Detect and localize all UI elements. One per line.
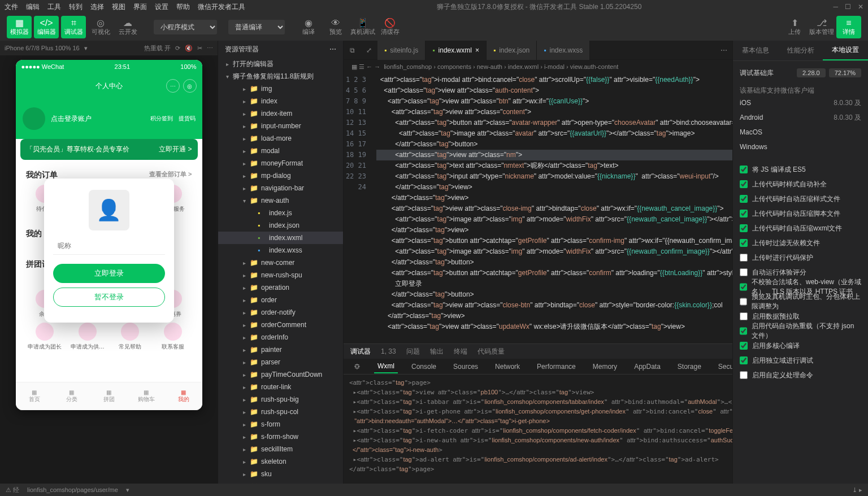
setting-check[interactable]: 启用代码自动热重载（不支持 json 文件）: [740, 324, 861, 338]
tree-folder[interactable]: ▸📁payTimeCountDown: [218, 368, 343, 381]
tree-file[interactable]: ▪index.json: [218, 219, 343, 232]
menu-view[interactable]: 视图: [112, 2, 125, 12]
dbg-top-tab[interactable]: 1, 33: [381, 347, 396, 355]
tree-folder[interactable]: ▸📁img: [218, 82, 343, 95]
visualize-button[interactable]: ◎可视化: [88, 16, 113, 38]
code-line[interactable]: <attr">class="tag">button attr">catchtap…: [376, 236, 732, 246]
detail-button[interactable]: ≡详情: [836, 16, 861, 38]
upload-button[interactable]: ⬆上传: [782, 16, 807, 38]
user-avatar[interactable]: [23, 107, 45, 130]
setting-check[interactable]: 启用独立域进行调试: [740, 353, 861, 368]
code-line[interactable]: <attr">class="tag">view attr">class="btn…: [376, 96, 732, 107]
setting-check[interactable]: 预览及真机调试时主包、分包体积上限调整为: [740, 294, 861, 309]
inspect-icon[interactable]: ⯐: [350, 360, 364, 373]
dbg-top-tab[interactable]: 调试器: [350, 347, 371, 356]
code-line[interactable]: <attr">class="tag">view attr">class="con…: [376, 107, 732, 118]
tree-folder[interactable]: ▸📁mp-dialog: [218, 169, 343, 182]
tree-folder[interactable]: ▸📁new-comer: [218, 256, 343, 269]
code-line[interactable]: <attr">class="tag">image attr">class="im…: [376, 214, 732, 225]
status-path[interactable]: lionfish_comshop/pages/user/me: [27, 486, 118, 493]
editor-button[interactable]: </>编辑器: [34, 16, 59, 38]
dbg-tab[interactable]: Wxml: [374, 360, 398, 373]
setting-check[interactable]: 将 JS 编译成 ES5: [740, 162, 861, 177]
code-line[interactable]: </attr">class="tag">view>: [376, 193, 732, 203]
code-line[interactable]: </attr">class="tag">view>: [376, 182, 732, 193]
skip-button[interactable]: 暂不登录: [53, 288, 165, 307]
mode-select[interactable]: 小程序模式: [154, 20, 217, 34]
code-line[interactable]: <attr">class="tag">image attr">class="av…: [376, 128, 732, 139]
tree-folder[interactable]: ▸📁s-form-show: [218, 430, 343, 443]
menu-wechat[interactable]: 微信开发者工具: [198, 2, 245, 12]
tree-folder[interactable]: ▸📁load-more: [218, 132, 343, 145]
tree-folder[interactable]: ▸📁orderComment: [218, 319, 343, 331]
tree-folder[interactable]: ▸📁spike: [218, 480, 343, 484]
tree-folder[interactable]: ▸📁input-number: [218, 120, 343, 132]
tree-folder[interactable]: ▸📁order-notify: [218, 306, 343, 319]
menu-interface[interactable]: 界面: [133, 2, 147, 12]
menu-goto[interactable]: 转到: [69, 2, 83, 12]
tree-folder[interactable]: ▸📁router-link: [218, 381, 343, 393]
setting-check[interactable]: 上传代码时自动压缩脚本文件: [740, 206, 861, 221]
clear-cache-button[interactable]: 🚫清缓存: [377, 16, 402, 38]
tool-item[interactable]: 申请成为供…: [68, 323, 107, 351]
remote-debug-button[interactable]: 📱真机调试: [350, 16, 375, 38]
login-hint[interactable]: 点击登录账户: [51, 114, 92, 124]
tree-folder[interactable]: ▸📁modal: [218, 145, 343, 157]
capsule-menu-icon[interactable]: ⋯: [166, 79, 180, 93]
tabbar-item[interactable]: ▦首页: [16, 382, 53, 410]
tree-folder[interactable]: ▸📁rush-spu-col: [218, 406, 343, 418]
tree-folder[interactable]: ▸📁rush-spu-big: [218, 393, 343, 406]
setting-check[interactable]: 启用自定义处理命令: [740, 368, 861, 382]
modal-avatar[interactable]: 👤: [89, 190, 129, 230]
hotreload-label[interactable]: 热重载 开: [144, 44, 171, 53]
tree-folder[interactable]: ▸📁index: [218, 95, 343, 107]
tree-file[interactable]: ▪index.wxss: [218, 244, 343, 256]
clouddev-button[interactable]: ☁云开发: [115, 16, 140, 38]
code-line[interactable]: </attr">class="tag">button>: [376, 257, 732, 268]
more-icon[interactable]: ⋯: [207, 45, 213, 52]
close-icon[interactable]: ✕: [858, 3, 863, 11]
tree-folder[interactable]: ▸📁moneyFormat: [218, 157, 343, 169]
sidepanel-tab[interactable]: 基本信息: [733, 41, 778, 60]
tool-item[interactable]: 联系客服: [154, 323, 192, 351]
setting-check[interactable]: 上传代码时样式自动补全: [740, 177, 861, 192]
dbg-tab[interactable]: AppData: [631, 360, 664, 373]
menu-select[interactable]: 选择: [90, 2, 104, 12]
code-line[interactable]: <attr">class="tag">view attr">class="nm"…: [376, 150, 732, 160]
capsule-close-icon[interactable]: ◎: [183, 79, 197, 93]
dbg-tab[interactable]: Memory: [589, 360, 620, 373]
tree-file[interactable]: ▪index.wxml: [218, 232, 343, 244]
dbg-tab[interactable]: Console: [408, 360, 440, 373]
code-line[interactable]: </attr">class="tag">view>: [376, 225, 732, 236]
tree-folder[interactable]: ▸📁orderInfo: [218, 331, 343, 343]
code-line[interactable]: <attr">class="tag">view attr">class="aut…: [376, 85, 732, 96]
tree-folder[interactable]: ▸📁navigation-bar: [218, 182, 343, 194]
device-info[interactable]: iPhone 6/7/8 Plus 100% 16: [5, 45, 80, 51]
dbg-top-tab[interactable]: 输出: [430, 347, 444, 356]
menu-file[interactable]: 文件: [5, 2, 18, 12]
nickname-input[interactable]: [53, 237, 165, 255]
compile-button[interactable]: ◉编译: [296, 16, 321, 38]
lib-version[interactable]: 2.28.0: [797, 68, 826, 77]
tree-section[interactable]: ▸打开的编辑器: [218, 58, 343, 70]
tabbar-item[interactable]: ▦拼团: [90, 382, 128, 410]
editor-tab[interactable]: ▪index.wxml×: [426, 41, 487, 60]
tabbar-item[interactable]: ▦分类: [53, 382, 90, 410]
tab-more-icon[interactable]: ⋯: [715, 42, 732, 59]
tree-folder[interactable]: ▸📁index-item: [218, 107, 343, 120]
tree-folder[interactable]: ▸📁operation: [218, 281, 343, 294]
tree-folder[interactable]: ▸📁new-rush-spu: [218, 269, 343, 281]
expand-icon[interactable]: ⤢: [361, 42, 377, 59]
tree-folder[interactable]: ▸📁sku: [218, 468, 343, 480]
breadcrumb-item[interactable]: view.auth-content: [570, 63, 619, 70]
minimize-icon[interactable]: ─: [833, 3, 838, 11]
menu-tools[interactable]: 工具: [47, 2, 61, 12]
code-line[interactable]: </attr">class="tag">button>: [376, 289, 732, 300]
tree-folder[interactable]: ▸📁painter: [218, 343, 343, 356]
explorer-more-icon[interactable]: ⋯: [329, 45, 336, 53]
login-button[interactable]: 立即登录: [53, 264, 165, 283]
dbg-tab[interactable]: Performance: [533, 360, 579, 373]
tree-folder[interactable]: ▾📁new-auth: [218, 194, 343, 207]
breadcrumb-item[interactable]: components: [437, 63, 471, 70]
tree-folder[interactable]: ▸📁order: [218, 294, 343, 306]
